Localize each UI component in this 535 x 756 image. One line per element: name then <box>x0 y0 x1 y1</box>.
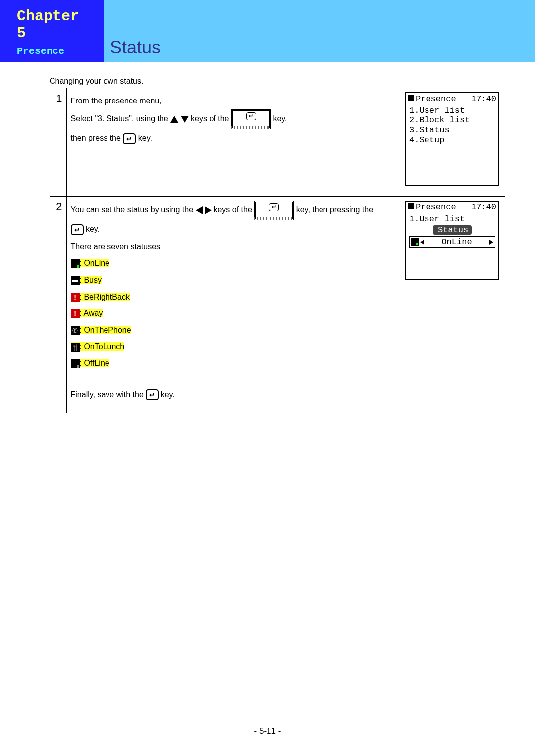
lcd-line: 2.Block list <box>409 115 495 125</box>
onthephone-icon <box>71 326 80 335</box>
chapter-label: Chapter 5 <box>17 8 96 42</box>
enter-key-icon: ↵ <box>146 389 159 400</box>
arrow-right-icon <box>489 240 493 245</box>
busy-icon <box>71 276 80 285</box>
page-title: Status <box>110 37 160 58</box>
content-area: Changing your own status. 1 From the pre… <box>0 62 535 413</box>
square-icon <box>408 95 414 101</box>
right-icon <box>205 206 212 214</box>
title-bar: Status <box>104 0 535 62</box>
status-item: : Busy <box>71 272 398 289</box>
screen-cell: Presence 17:40 1.User list 2.Block list … <box>401 88 505 197</box>
section-caption: Changing your own status. <box>50 77 505 86</box>
status-item: : OnThePhone <box>71 322 398 339</box>
keypad-icon: ↵ <box>231 109 271 129</box>
step-text: There are seven statuses. <box>71 238 398 255</box>
status-item: : OffLine <box>71 355 398 372</box>
lcd-body: 1.User list Status OnLine <box>406 213 498 249</box>
lcd-header: Presence 17:40 <box>406 202 498 213</box>
step-text: Finally, save with the ↵ key. <box>71 386 398 403</box>
chapter-box: Chapter 5 Presence <box>0 0 104 62</box>
page-number: - 5-11 - <box>0 726 535 736</box>
step-number: 1 <box>50 88 66 197</box>
status-item: : BeRightBack <box>71 289 398 305</box>
online-icon <box>71 259 80 268</box>
page-header: Chapter 5 Presence Status <box>0 0 535 62</box>
steps-table: 1 From the presence menu, Select "3. Sta… <box>50 88 505 413</box>
lcd-line-selected: 3.Status <box>409 125 495 135</box>
lcd-header: Presence 17:40 <box>406 93 498 105</box>
lcd-status-button: Status <box>433 225 472 235</box>
lcd-time: 17:40 <box>471 202 496 212</box>
ontolunch-icon <box>71 343 80 352</box>
up-icon <box>170 116 178 123</box>
lcd-line-underlined: 1.User list <box>409 214 495 224</box>
lcd-screen-2: Presence 17:40 1.User list Status OnLine <box>405 201 499 280</box>
down-icon <box>181 116 189 123</box>
step-text: You can set the status by using the keys… <box>71 201 398 238</box>
step-number: 2 <box>50 197 66 413</box>
lcd-screen-1: Presence 17:40 1.User list 2.Block list … <box>405 92 499 186</box>
screen-cell: Presence 17:40 1.User list Status OnLine <box>401 197 505 413</box>
status-item: : OnToLunch <box>71 338 398 355</box>
square-icon <box>408 203 414 209</box>
left-icon <box>196 206 203 214</box>
enter-key-icon: ↵ <box>71 224 84 235</box>
lcd-title: Presence <box>416 94 456 103</box>
section-label: Presence <box>17 46 96 57</box>
status-item: : Away <box>71 305 398 322</box>
away-icon <box>71 309 80 318</box>
enter-key-icon: ↵ <box>123 133 136 144</box>
arrow-left-icon <box>420 240 424 245</box>
step-text: From the presence menu, <box>71 92 398 109</box>
keypad-icon: ↵ <box>254 201 294 220</box>
lcd-status-field: OnLine <box>409 236 495 248</box>
lcd-line: 4.Setup <box>409 135 495 145</box>
online-icon <box>411 238 419 246</box>
step-text: Select "3. Status", using the keys of th… <box>71 109 398 129</box>
step-text: then press the ↵ key. <box>71 129 398 147</box>
step-row: 1 From the presence menu, Select "3. Sta… <box>50 88 505 197</box>
lcd-status-value: OnLine <box>441 237 472 247</box>
status-list: : OnLine : Busy : BeRightBack : Away : O… <box>71 255 398 371</box>
step-body: You can set the status by using the keys… <box>66 197 401 413</box>
step-row: 2 You can set the status by using the ke… <box>50 197 505 413</box>
lcd-time: 17:40 <box>471 94 496 103</box>
lcd-title: Presence <box>416 202 456 212</box>
step-body: From the presence menu, Select "3. Statu… <box>66 88 401 197</box>
berightback-icon <box>71 293 80 302</box>
lcd-line: 1.User list <box>409 106 495 115</box>
offline-icon <box>71 359 80 368</box>
lcd-body: 1.User list 2.Block list 3.Status 4.Setu… <box>406 105 498 146</box>
status-item: : OnLine <box>71 255 398 272</box>
